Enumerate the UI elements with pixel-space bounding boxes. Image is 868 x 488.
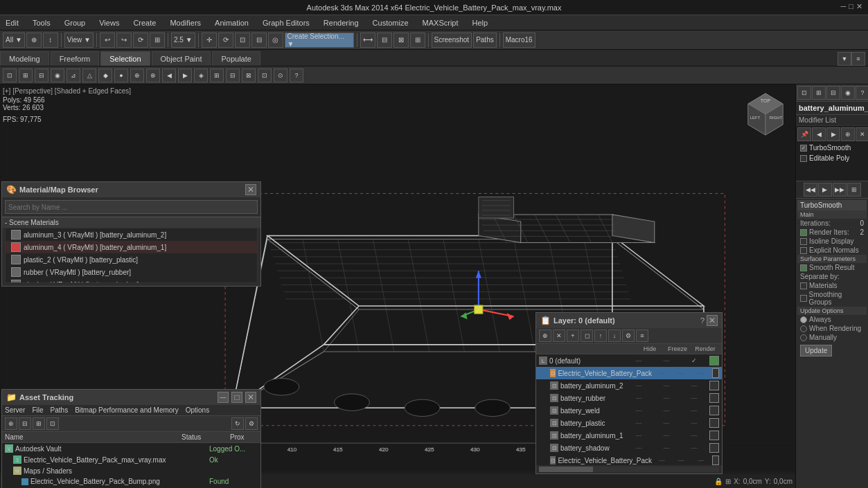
tab-freeform[interactable]: Freeform [51, 51, 100, 66]
mod-btn-pin[interactable]: 📌 [797, 127, 811, 141]
sub-btn19[interactable]: ? [290, 69, 303, 82]
layer-btn-delete[interactable]: ✕ [553, 329, 565, 342]
asset-menu-server[interactable]: Server [5, 406, 25, 414]
mat-item-aluminum4[interactable]: aluminum_4 ( VRayMtl ) [battery_aluminum… [6, 241, 257, 253]
toolbar-btn1[interactable]: ⊕ [26, 33, 42, 48]
mod-nav-prev[interactable]: ◀◀ [804, 183, 817, 197]
layer-btn-settings[interactable]: ⚙ [622, 329, 635, 342]
toolbar-scale[interactable]: ⊡ [235, 33, 250, 48]
mod-nav-next[interactable]: ▶ [818, 183, 832, 197]
layers-scrollbar[interactable] [539, 467, 719, 472]
sub-btn12[interactable]: ▶ [178, 69, 192, 82]
rp-btn1[interactable]: ⊡ [797, 86, 811, 100]
tab-object-paint[interactable]: Object Paint [152, 51, 211, 66]
menu-edit[interactable]: Edit [3, 17, 21, 28]
sub-btn3[interactable]: ⊟ [35, 69, 48, 82]
layer-row-shadow[interactable]: ⊡ battery_shadow — — — [536, 442, 722, 454]
macro-btn[interactable]: Macro16 [503, 33, 535, 48]
modifier-editable-poly[interactable]: Editable Poly [797, 153, 867, 163]
explicit-normals-checkbox[interactable] [800, 247, 807, 254]
menu-rendering[interactable]: Rendering [321, 17, 362, 28]
tab-menu-btn[interactable]: ≡ [851, 52, 865, 66]
sub-btn16[interactable]: ⊠ [242, 69, 256, 82]
render-iters-checkbox[interactable] [800, 229, 807, 236]
sub-btn15[interactable]: ⊟ [226, 69, 240, 82]
viewport[interactable]: 405 410 415 420 425 430 435 440 445 [+] … [0, 84, 795, 488]
mat-item-plastic2[interactable]: plastic_2 ( VRayMtl ) [battery_plastic] [6, 253, 257, 266]
layer-row-default[interactable]: L 0 (default) — — ✓ [536, 354, 722, 367]
mod-btn-nav3[interactable]: ⊕ [841, 127, 855, 141]
tab-populate[interactable]: Populate [212, 51, 260, 66]
rp-btn5[interactable]: ? [856, 86, 868, 100]
menu-customize[interactable]: Customize [370, 17, 411, 28]
selection-filter[interactable]: Create Selection... ▼ [285, 33, 354, 48]
layer-row-plastic[interactable]: ⊡ battery_plastic — — — [536, 417, 722, 429]
scale-input[interactable]: 2.5 ▼ [171, 33, 195, 48]
layer-btn-add[interactable]: + [567, 329, 579, 342]
sub-btn4[interactable]: ◉ [51, 69, 64, 82]
menu-maxscript[interactable]: MAXScript [420, 17, 461, 28]
when-rendering-radio[interactable] [800, 325, 807, 332]
mat-item-shadow[interactable]: shadow ( VRayMtl ) [battery_shadow] [6, 278, 257, 283]
mat-browser-header[interactable]: 🎨 Material/Map Browser ✕ [2, 182, 260, 197]
toolbar-btn4[interactable]: ⊞ [150, 33, 165, 48]
mod-btn-nav[interactable]: ◀ [812, 127, 826, 141]
editable-poly-checkbox[interactable] [800, 155, 807, 162]
toolbar-align[interactable]: ⊟ [377, 33, 392, 48]
modifier-turbosmooth[interactable]: ✓ TurboSmooth [797, 143, 867, 153]
menu-tools[interactable]: Tools [30, 17, 53, 28]
maximize-btn[interactable]: □ [849, 2, 853, 11]
mod-nav-next2[interactable]: ▶▶ [833, 183, 847, 197]
mod-btn-nav2[interactable]: ▶ [826, 127, 840, 141]
asset-menu-paths[interactable]: Paths [51, 406, 69, 414]
asset-refresh-btn[interactable]: ↻ [231, 417, 244, 430]
view-select[interactable]: View ▼ [64, 33, 94, 48]
sub-btn18[interactable]: ⊙ [274, 69, 287, 82]
layer-row-al1[interactable]: ⊡ battery_aluminum_1 — — — [536, 429, 722, 442]
rp-btn4[interactable]: ◉ [841, 86, 855, 100]
sub-btn11[interactable]: ◀ [162, 69, 176, 82]
asset-row-max[interactable]: 3 Electric_Vehicle_Battery_Pack_max_vray… [2, 454, 260, 465]
turbosmooth-checkbox[interactable]: ✓ [800, 145, 807, 152]
paths-btn[interactable]: Paths [473, 33, 497, 48]
sub-btn1[interactable]: ⊡ [3, 69, 17, 82]
menu-group[interactable]: Group [62, 17, 89, 28]
tab-modeling[interactable]: Modeling [0, 51, 49, 66]
isoline-checkbox[interactable] [800, 238, 807, 245]
iterations-value[interactable]: 0 [860, 219, 864, 227]
materials-checkbox[interactable] [800, 282, 807, 289]
asset-close-btn[interactable]: ✕ [245, 392, 256, 403]
screenshot-btn[interactable]: Screenshot [432, 33, 472, 48]
main-section-header[interactable]: Main [797, 210, 867, 219]
mat-item-rubber[interactable]: rubber ( VRayMtl ) [battery_rubber] [6, 266, 257, 278]
rp-btn3[interactable]: ⊟ [826, 86, 840, 100]
asset-row-bump[interactable]: Electric_Vehicle_Battery_Pack_Bump.png F… [2, 476, 260, 487]
toolbar-btn2[interactable]: ↕ [43, 33, 58, 48]
sub-btn17[interactable]: ⊡ [258, 69, 272, 82]
toolbar-btn6[interactable]: ◎ [268, 33, 283, 48]
menu-views[interactable]: Views [96, 17, 122, 28]
layer-btn-select[interactable]: ◻ [581, 329, 593, 342]
layer-row-evbp2[interactable]: ⊡ Electric_Vehicle_Battery_Pack — — — [536, 454, 722, 465]
update-options-header[interactable]: Update Options [797, 307, 867, 315]
sub-btn8[interactable]: ● [114, 69, 128, 82]
close-btn-title[interactable]: ✕ [856, 2, 862, 11]
sub-btn2[interactable]: ⊞ [19, 69, 33, 82]
toolbar-btn5[interactable]: ⊟ [251, 33, 267, 48]
asset-menu-options[interactable]: Options [186, 406, 209, 414]
nav-cube[interactable]: TOP LEFT RIGHT [741, 90, 790, 138]
toolbar-rotate[interactable]: ⟳ [218, 33, 233, 48]
asset-settings-btn[interactable]: ⚙ [245, 417, 258, 430]
layers-close-btn[interactable]: ✕ [707, 315, 718, 326]
asset-btn4[interactable]: ⊡ [46, 417, 59, 430]
render-iters-value[interactable]: 2 [860, 228, 864, 236]
minimize-btn[interactable]: ─ [841, 2, 847, 11]
sub-btn14[interactable]: ⊞ [210, 69, 224, 82]
update-button[interactable]: Update [800, 345, 832, 356]
toolbar-mode-select[interactable]: All ▼ [3, 33, 25, 48]
toolbar-mirror[interactable]: ⟷ [360, 33, 375, 48]
menu-help[interactable]: Help [470, 17, 491, 28]
manually-radio[interactable] [800, 334, 807, 341]
layer-btn-down[interactable]: ↓ [608, 329, 621, 342]
turbosmooth-section-header[interactable]: TurboSmooth [797, 200, 867, 210]
